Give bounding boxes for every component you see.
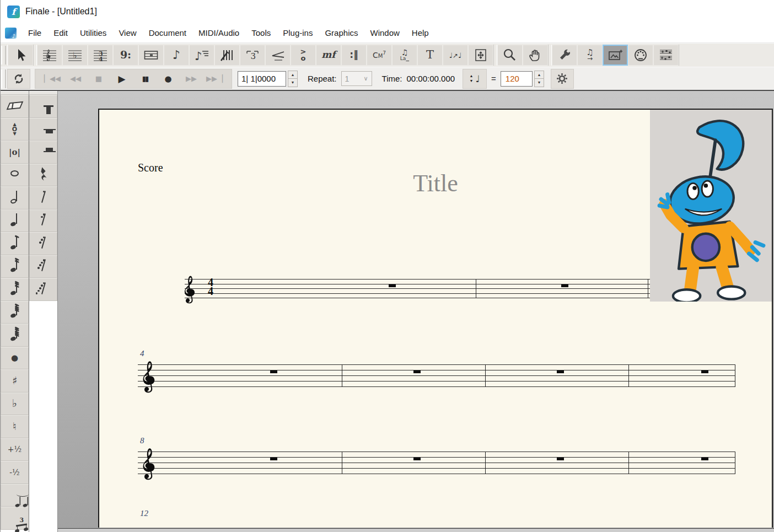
go-to-beginning-button[interactable]: ▏◀◀: [41, 69, 64, 89]
menu-file[interactable]: File: [22, 25, 47, 41]
refresh-button[interactable]: [7, 69, 30, 89]
sixteenth-rest-button[interactable]: [29, 209, 57, 233]
palette-grip[interactable]: [29, 91, 57, 95]
sixtyfourth-note-button[interactable]: [1, 301, 29, 324]
mascot-graphic[interactable]: [650, 110, 773, 302]
menu-midi-audio[interactable]: MIDI/Audio: [192, 25, 245, 41]
flat-button[interactable]: ♭: [1, 393, 29, 416]
playback-counter[interactable]: 1| 1|0000: [238, 71, 286, 87]
menu-utilities[interactable]: Utilities: [74, 25, 112, 41]
repeat-tool-button[interactable]: :‖: [341, 45, 367, 66]
double-whole-rest-button[interactable]: [29, 95, 57, 118]
palette-grip[interactable]: [1, 91, 29, 95]
record-button[interactable]: ●: [157, 69, 180, 89]
staff-tool-button[interactable]: [37, 45, 62, 66]
text-tool-button[interactable]: T: [417, 45, 443, 66]
play-button[interactable]: ▶: [110, 69, 133, 89]
note-mover-tool-button[interactable]: ♫→: [577, 45, 603, 66]
page-layout-tool-button[interactable]: [468, 45, 493, 66]
time-signature: 44: [206, 278, 216, 296]
pause-button[interactable]: ▮▮: [133, 69, 157, 89]
special-tools-tool-button[interactable]: [552, 45, 577, 66]
zoom-tool-button[interactable]: [497, 45, 523, 66]
smart-shape-tool-button[interactable]: [265, 45, 291, 66]
speedy-entry-tool-button[interactable]: ♪: [189, 45, 214, 66]
spinner-down-icon[interactable]: ▼: [288, 78, 297, 87]
double-whole-note-button[interactable]: |o|: [1, 141, 29, 164]
onehundredtwentyeighth-note-button[interactable]: [1, 324, 29, 347]
simple-entry-tool-button[interactable]: ♪: [164, 45, 189, 66]
midi-tool-button[interactable]: [628, 45, 653, 66]
sharp-button[interactable]: ♯: [1, 369, 29, 393]
go-to-end-button[interactable]: ▶▶▕: [203, 69, 226, 89]
toolbar-group: ♫→: [551, 45, 679, 66]
window-title: Finale - [Untitled1]: [25, 7, 97, 17]
whole-note-button[interactable]: [1, 164, 29, 187]
hand-grabber-tool-button[interactable]: [523, 45, 548, 66]
fast-forward-button[interactable]: ▶▶: [180, 69, 203, 89]
menu-plug-ins[interactable]: Plug-ins: [277, 25, 319, 41]
half-rest-button[interactable]: [29, 141, 57, 164]
eraser-tool-button[interactable]: [1, 95, 29, 118]
eighth-rest-button[interactable]: [29, 186, 57, 209]
menu-window[interactable]: Window: [364, 25, 405, 41]
whole-rest-button[interactable]: [29, 118, 57, 141]
augmentation-dot-button[interactable]: ●: [1, 347, 29, 370]
expression-tool-button[interactable]: mf: [316, 45, 341, 66]
onehundredtwentyeighth-note-icon: [10, 327, 19, 343]
sixtyfourth-rest-button[interactable]: [29, 255, 57, 278]
quarter-rest-button[interactable]: [29, 164, 57, 187]
tempo-unit-button[interactable]: ▲▼ ♩: [463, 69, 487, 89]
toolbar-groups: ♭349:♪♪3>omf:‖CM7♫La T♩↗♩♫→: [7, 45, 682, 66]
graphics-tool-icon: [608, 48, 623, 62]
onehundredtwentyeighth-rest-button[interactable]: [29, 278, 57, 301]
chord-tool-button[interactable]: CM7: [367, 45, 392, 66]
thirtysecond-rest-button[interactable]: [29, 232, 57, 255]
half-step-down-button[interactable]: -½: [1, 461, 29, 484]
tie-button[interactable]: [1, 484, 29, 507]
text-tool-icon: T: [426, 49, 434, 61]
treble-clef: [146, 525, 160, 528]
mirror-tool-button[interactable]: ♩↗♩: [443, 45, 468, 66]
menu-view[interactable]: View: [112, 25, 142, 41]
measure-tool-button[interactable]: [138, 45, 164, 66]
rewind-button[interactable]: ◀◀: [64, 69, 87, 89]
score-page[interactable]: Score Title 444812: [98, 109, 773, 528]
articulation-tool-button[interactable]: >o: [291, 45, 316, 66]
playback-settings-button[interactable]: [551, 69, 574, 89]
playback-toolbar-grip[interactable]: [1, 69, 6, 88]
eighth-note-button[interactable]: [1, 232, 29, 255]
natural-button[interactable]: ♮: [1, 415, 29, 438]
tempo-spinner[interactable]: ▲▼: [534, 71, 544, 87]
spinner-down-icon[interactable]: ▼: [535, 78, 544, 87]
spinner-up-icon[interactable]: ▲: [288, 71, 297, 79]
half-note-button[interactable]: [1, 186, 29, 209]
document-area[interactable]: Score Title 444812: [58, 91, 774, 532]
tuplet-button[interactable]: 3: [1, 507, 29, 530]
graphics-tool-button[interactable]: [603, 45, 628, 66]
clef-tool-button[interactable]: 9:: [113, 45, 138, 66]
toolbar-grip[interactable]: [1, 46, 6, 65]
repeat-dropdown[interactable]: 1 ∨: [341, 71, 372, 86]
tuplet-tool-button[interactable]: 3: [240, 45, 265, 66]
quarter-note-button[interactable]: [1, 209, 29, 233]
menu-document[interactable]: Document: [143, 25, 192, 41]
key-signature-tool-button[interactable]: ♭: [62, 45, 88, 66]
stop-button[interactable]: ■: [87, 69, 110, 89]
menu-edit[interactable]: Edit: [47, 25, 74, 41]
counter-spinner[interactable]: ▲▼: [288, 71, 298, 87]
menu-tools[interactable]: Tools: [245, 25, 277, 41]
half-step-up-button[interactable]: +½: [1, 438, 29, 461]
sixteenth-note-button[interactable]: [1, 255, 29, 278]
spinner-up-icon[interactable]: ▲: [535, 71, 544, 79]
hyperscribe-tool-button[interactable]: [214, 45, 240, 66]
menu-help[interactable]: Help: [406, 25, 435, 41]
time-signature-tool-button[interactable]: 34: [88, 45, 113, 66]
ossia-tool-button[interactable]: [653, 45, 679, 66]
lyrics-tool-button[interactable]: ♫La: [392, 45, 417, 66]
thirtysecond-note-button[interactable]: [1, 278, 29, 301]
tempo-field[interactable]: 120: [501, 71, 533, 87]
repitch-tool-button[interactable]: ▲O▼: [1, 118, 29, 141]
menu-graphics[interactable]: Graphics: [319, 25, 364, 41]
selection-tool-button[interactable]: [8, 45, 33, 66]
